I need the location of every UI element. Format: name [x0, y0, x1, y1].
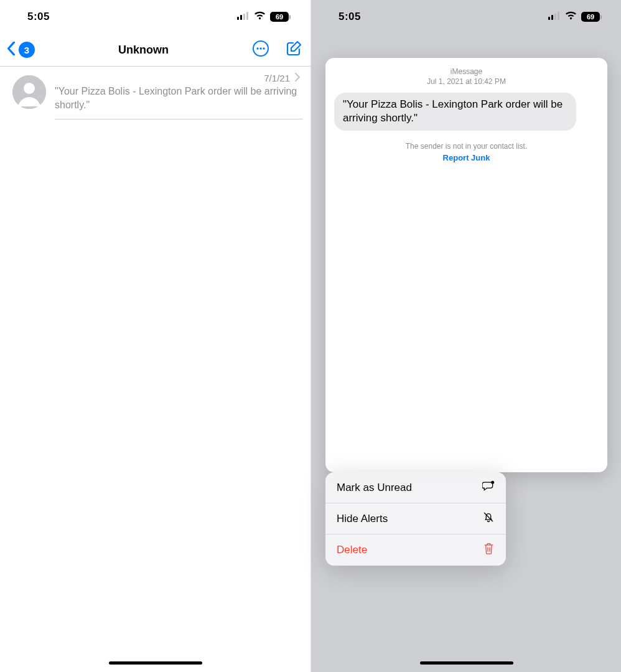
svg-rect-11 — [551, 15, 553, 20]
battery-cap — [289, 15, 291, 19]
conversation-row[interactable]: 7/1/21 "Your Pizza Bolis - Lexington Par… — [0, 67, 310, 126]
report-junk-link[interactable]: Report Junk — [334, 153, 599, 162]
svg-point-6 — [259, 47, 261, 49]
menu-label: Mark as Unread — [337, 482, 412, 494]
message-unread-icon — [482, 480, 495, 495]
battery-cap — [600, 15, 602, 19]
home-indicator[interactable] — [109, 661, 202, 665]
menu-mark-unread[interactable]: Mark as Unread — [325, 472, 506, 503]
status-bar: 5:05 69 — [0, 0, 310, 34]
nav-back-group[interactable]: 3 — [6, 42, 35, 58]
page-title: Unknown — [118, 44, 169, 57]
svg-rect-1 — [240, 15, 242, 20]
cellular-icon — [237, 11, 250, 23]
chevron-right-icon — [295, 73, 301, 83]
svg-rect-3 — [246, 12, 248, 20]
menu-delete[interactable]: Delete — [325, 534, 506, 566]
message-row: "Your Pizza Bolis - Lexington Park order… — [334, 93, 599, 130]
sender-not-in-contacts-label: The sender is not in your contact list. — [334, 142, 599, 151]
svg-rect-12 — [554, 14, 556, 20]
preview-header: iMessage Jul 1, 2021 at 10:42 PM — [334, 67, 599, 86]
battery-icon: 69 — [581, 12, 602, 22]
svg-point-7 — [263, 47, 264, 49]
svg-point-5 — [256, 47, 258, 49]
messages-list-screen: 5:05 69 3 Unknown — [0, 0, 311, 672]
wifi-icon — [254, 11, 266, 23]
status-time: 5:05 — [27, 11, 50, 23]
bell-off-icon — [482, 511, 495, 526]
context-menu-screen: 5:05 69 iMessage Jul 1, 2021 at 10:42 PM… — [311, 0, 621, 672]
home-indicator[interactable] — [420, 661, 513, 665]
conversation-snippet: "Your Pizza Bolis - Lexington Park order… — [55, 85, 301, 111]
battery-level: 69 — [270, 12, 289, 22]
conversation-body: 7/1/21 "Your Pizza Bolis - Lexington Par… — [55, 73, 303, 119]
battery-level: 69 — [581, 12, 600, 22]
menu-label: Delete — [337, 544, 367, 556]
battery-icon: 69 — [270, 12, 291, 22]
back-chevron-icon — [6, 42, 16, 58]
preview-header-service: iMessage — [334, 67, 599, 77]
svg-rect-2 — [243, 14, 245, 20]
compose-icon[interactable] — [286, 40, 302, 59]
conversation-preview-card[interactable]: iMessage Jul 1, 2021 at 10:42 PM "Your P… — [325, 58, 607, 472]
svg-rect-0 — [237, 17, 239, 20]
svg-point-9 — [24, 83, 35, 94]
status-time: 5:05 — [339, 11, 361, 23]
cellular-icon — [548, 11, 561, 23]
nav-actions — [252, 40, 302, 60]
menu-label: Hide Alerts — [337, 513, 388, 525]
avatar — [12, 75, 46, 109]
more-icon[interactable] — [252, 40, 269, 60]
trash-icon — [483, 542, 495, 558]
preview-header-timestamp: Jul 1, 2021 at 10:42 PM — [334, 77, 599, 86]
conversation-date: 7/1/21 — [264, 73, 290, 83]
nav-bar: 3 Unknown — [0, 34, 310, 67]
svg-rect-13 — [558, 12, 559, 20]
context-menu: Mark as Unread Hide Alerts Delete — [325, 472, 506, 566]
unread-count-badge: 3 — [19, 42, 35, 58]
status-bar: 5:05 69 — [311, 0, 621, 34]
status-right: 69 — [237, 11, 291, 23]
wifi-icon — [565, 11, 577, 23]
status-right: 69 — [548, 11, 602, 23]
message-bubble: "Your Pizza Bolis - Lexington Park order… — [334, 93, 576, 130]
menu-hide-alerts[interactable]: Hide Alerts — [325, 503, 506, 534]
svg-rect-10 — [548, 17, 550, 20]
svg-point-14 — [491, 481, 494, 484]
